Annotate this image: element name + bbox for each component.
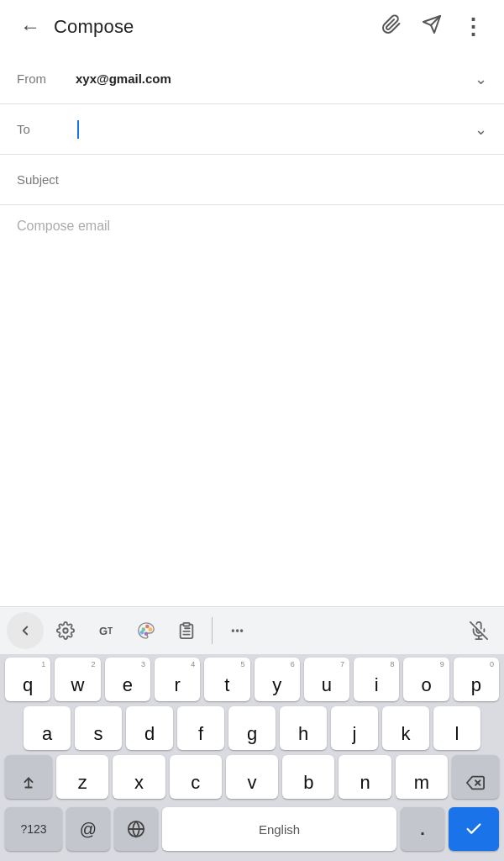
back-button[interactable]: ← [13,8,47,45]
key-k[interactable]: k [382,706,429,750]
header: ← Compose ⋮ [0,0,504,54]
key-w[interactable]: 2w [55,658,100,701]
key-r[interactable]: 4r [155,658,200,701]
globe-key[interactable] [114,807,158,851]
key-i[interactable]: 8i [354,658,399,701]
clipboard-icon[interactable] [168,612,205,649]
key-o[interactable]: 9o [403,658,449,701]
num-sym-key[interactable]: ?123 [5,807,62,851]
shift-key[interactable] [5,755,52,799]
key-j[interactable]: j [331,706,378,750]
enter-key[interactable] [449,807,499,851]
key-z[interactable]: z [56,755,108,799]
key-x[interactable]: x [113,755,165,799]
key-t[interactable]: 5t [204,658,249,701]
from-chevron-icon[interactable]: ⌄ [475,70,487,88]
at-label: @ [80,820,97,839]
num-sym-label: ?123 [20,822,46,836]
key-e[interactable]: 3e [105,658,150,701]
key-m[interactable]: m [396,755,448,799]
to-label: To [17,122,76,136]
key-v[interactable]: v [226,755,278,799]
header-actions: ⋮ [375,8,491,47]
text-cursor [77,120,79,139]
from-label: From [17,71,76,86]
keyboard-back-button[interactable] [7,612,44,649]
period-key[interactable]: . [401,807,444,851]
keyboard-row-2: a s d f g h j k l [0,706,504,750]
at-key[interactable]: @ [66,807,110,851]
key-b[interactable]: b [282,755,334,799]
key-n[interactable]: n [339,755,391,799]
key-l[interactable]: l [433,706,480,750]
more-toolbar-icon[interactable]: ••• [219,612,256,649]
compose-area[interactable]: Compose email [0,205,504,340]
svg-point-4 [149,627,153,631]
key-s[interactable]: s [75,706,122,750]
to-chevron-icon[interactable]: ⌄ [475,120,487,139]
key-p[interactable]: 0p [454,658,499,701]
key-h[interactable]: h [280,706,327,750]
key-y[interactable]: 6y [255,658,300,701]
space-key[interactable]: English [162,807,396,851]
compose-placeholder: Compose email [17,219,110,233]
svg-rect-8 [183,623,189,626]
keyboard-row-3: z x c v b n m [0,755,504,799]
send-icon[interactable] [415,8,449,46]
svg-point-6 [140,631,144,635]
key-f[interactable]: f [177,706,224,750]
key-q[interactable]: 1q [5,658,50,701]
page-title: Compose [54,16,375,38]
from-address: xyx@gmail.com [76,71,475,86]
toolbar-divider [212,617,213,644]
period-label: . [420,820,425,839]
key-g[interactable]: g [228,706,276,750]
key-d[interactable]: d [126,706,173,750]
more-options-icon[interactable]: ⋮ [455,8,491,47]
keyboard-container: GT ••• [0,606,504,861]
attach-icon[interactable] [375,8,408,46]
space-label: English [259,822,300,837]
keyboard-bottom-row: ?123 @ English . [0,804,504,858]
subject-row[interactable]: Subject [0,155,504,205]
backspace-key[interactable] [452,755,499,799]
svg-point-3 [145,625,150,629]
keyboard-settings-icon[interactable] [47,612,84,649]
key-a[interactable]: a [24,706,71,750]
from-row: From xyx@gmail.com ⌄ [0,54,504,104]
key-c[interactable]: c [170,755,222,799]
translate-icon[interactable]: GT [87,612,124,649]
keyboard-row-1: 1q 2w 3e 4r 5t 6y 7u 8i 9o 0p [0,658,504,701]
email-form: From xyx@gmail.com ⌄ To ⌄ Subject Compos… [0,54,504,340]
svg-point-2 [63,628,68,633]
to-row[interactable]: To ⌄ [0,104,504,155]
subject-label: Subject [17,172,76,187]
key-u[interactable]: 7u [304,658,349,701]
keyboard-toolbar: GT ••• [0,606,504,654]
mic-off-icon[interactable] [460,612,497,649]
theme-icon[interactable] [128,612,165,649]
keyboard: 1q 2w 3e 4r 5t 6y 7u 8i 9o 0p a s d f g … [0,654,504,861]
